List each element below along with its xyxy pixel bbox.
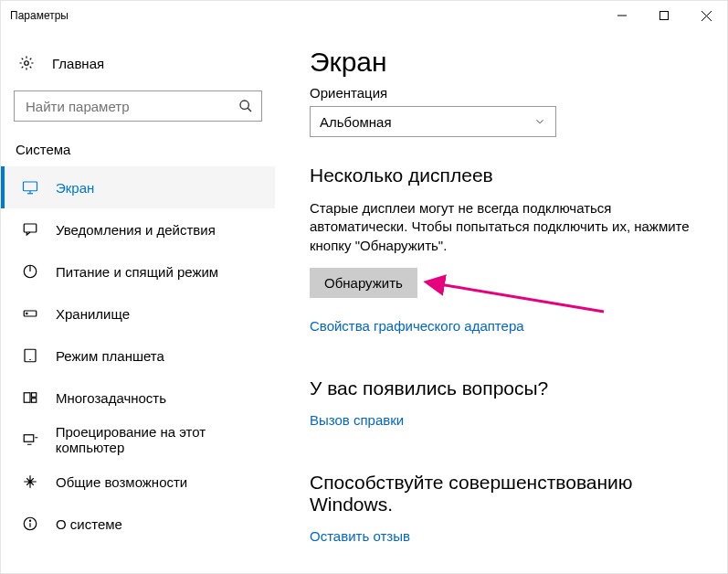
sidebar-item-label: Питание и спящий режим: [56, 264, 218, 280]
sidebar-item-label: Хранилище: [56, 306, 130, 322]
sidebar-item-storage[interactable]: Хранилище: [1, 292, 275, 335]
storage-icon: [21, 305, 39, 322]
info-icon: [21, 516, 39, 532]
window-title: Параметры: [10, 9, 69, 22]
detect-button[interactable]: Обнаружить: [310, 268, 417, 298]
monitor-icon: [21, 179, 39, 196]
svg-rect-18: [32, 393, 37, 398]
orientation-dropdown[interactable]: Альбомная: [310, 106, 556, 137]
sidebar-item-display[interactable]: Экран: [1, 166, 275, 208]
project-icon: [21, 431, 39, 448]
search-input[interactable]: [24, 98, 237, 115]
search-box[interactable]: [14, 90, 262, 122]
tablet-icon: [21, 347, 39, 364]
questions-heading: У вас появились вопросы?: [310, 377, 709, 399]
sidebar-item-label: Режим планшета: [56, 348, 164, 364]
titlebar: Параметры: [1, 1, 727, 30]
help-link[interactable]: Вызов справки: [310, 412, 404, 428]
sidebar-item-label: О системе: [56, 516, 122, 532]
svg-point-23: [29, 520, 30, 521]
power-icon: [21, 263, 39, 280]
svg-point-14: [26, 313, 28, 314]
main-content: Экран Ориентация Альбомная Несколько дис…: [275, 30, 727, 573]
feedback-heading: Способствуйте совершенствованию Windows.: [310, 472, 709, 516]
search-icon: [237, 99, 254, 113]
sidebar: Главная Система Экран Уведомления и дейс…: [1, 30, 275, 573]
sidebar-item-power[interactable]: Питание и спящий режим: [1, 250, 275, 292]
orientation-label: Ориентация: [310, 85, 709, 101]
multiple-displays-text: Старые дисплеи могут не всегда подключат…: [310, 199, 693, 255]
svg-rect-17: [24, 393, 30, 403]
sidebar-item-tablet[interactable]: Режим планшета: [1, 335, 275, 377]
sidebar-item-about[interactable]: О системе: [1, 503, 275, 545]
sidebar-group-header: Система: [1, 142, 275, 163]
svg-rect-1: [660, 12, 669, 20]
sidebar-item-label: Уведомления и действия: [56, 222, 216, 238]
sidebar-item-label: Экран: [56, 180, 94, 196]
shared-icon: [21, 473, 39, 490]
sidebar-item-label: Многозадачность: [56, 390, 166, 406]
home-nav[interactable]: Главная: [1, 45, 275, 81]
close-button[interactable]: [685, 1, 727, 30]
sidebar-item-notifications[interactable]: Уведомления и действия: [1, 208, 275, 250]
sidebar-item-projecting[interactable]: Проецирование на этот компьютер: [1, 419, 275, 461]
feedback-link[interactable]: Оставить отзыв: [310, 528, 410, 544]
gear-icon: [17, 55, 36, 71]
home-label: Главная: [52, 56, 104, 71]
svg-point-4: [25, 61, 29, 66]
svg-rect-10: [24, 224, 37, 232]
page-title: Экран: [310, 47, 709, 78]
multitask-icon: [21, 389, 39, 406]
sidebar-item-multitasking[interactable]: Многозадачность: [1, 377, 275, 419]
svg-line-6: [248, 108, 251, 112]
sidebar-item-shared[interactable]: Общие возможности: [1, 461, 275, 503]
svg-rect-20: [24, 435, 34, 442]
maximize-button[interactable]: [643, 1, 685, 30]
sidebar-item-label: Общие возможности: [56, 474, 187, 490]
svg-rect-19: [32, 399, 37, 403]
multiple-displays-heading: Несколько дисплеев: [310, 165, 709, 186]
orientation-value: Альбомная: [320, 114, 392, 130]
speech-icon: [21, 221, 39, 238]
minimize-button[interactable]: [601, 1, 643, 30]
graphics-properties-link[interactable]: Свойства графического адаптера: [310, 318, 524, 334]
svg-rect-7: [24, 182, 37, 191]
svg-point-5: [240, 101, 248, 109]
sidebar-item-label: Проецирование на этот компьютер: [56, 424, 275, 455]
chevron-down-icon: [533, 115, 546, 128]
